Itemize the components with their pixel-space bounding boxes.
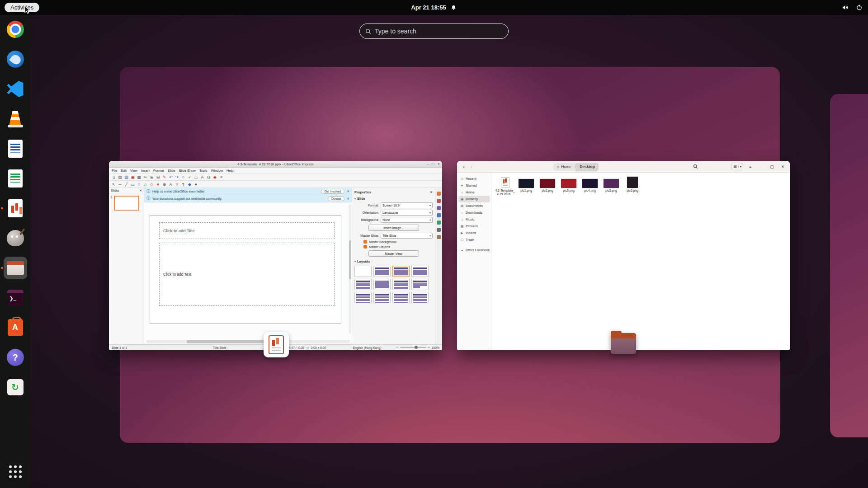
clone-formatting-icon[interactable]: ✎ [162,175,166,179]
file-item-pic3[interactable]: pic3.png [559,176,579,192]
format-select[interactable]: Screen 16:9▾ [381,202,433,208]
donate-button[interactable]: Donate [328,196,344,201]
layout-title-content[interactable] [373,266,391,277]
minimize-icon[interactable]: – [427,163,429,166]
menu-window[interactable]: Window [211,169,223,173]
dock-item-gimp[interactable] [5,228,26,248]
animation-tab-icon[interactable] [437,206,441,210]
diamond-icon[interactable]: ◇ [150,182,154,187]
triangle-icon[interactable]: △ [143,182,147,187]
impress-window[interactable]: 4.3-Template_4.29.2016.pptx - LibreOffic… [109,161,442,350]
close-button[interactable]: ✕ [779,163,787,170]
dock-item-thunderbird[interactable] [5,49,26,69]
close-icon[interactable]: ✕ [347,197,349,201]
sidebar-item-pictures[interactable]: ▦Pictures [458,223,490,230]
textbox-icon[interactable]: A [200,175,204,179]
close-icon[interactable]: ✕ [437,162,440,166]
horizontal-scrollbar[interactable] [146,340,350,343]
impress-titlebar[interactable]: 4.3-Template_4.29.2016.pptx - LibreOffic… [109,161,442,168]
files-headerbar[interactable]: ‹ › ⌂ Home / Desktop ▦ ▾ ≡ – ▢ ✕ [457,161,790,173]
sidebar-item-trash[interactable]: ◱Trash [458,236,490,243]
layout-rows-4[interactable] [411,292,429,303]
layout-title-two-cols[interactable] [411,279,429,290]
impress-window-app-badge[interactable] [264,332,289,357]
styles-tab-icon[interactable] [437,235,441,239]
slide-1-thumbnail[interactable] [114,196,139,211]
diagonal-line-icon[interactable]: ╱ [124,182,128,187]
new-icon[interactable]: ▯ [112,175,116,179]
master-objects-checkbox[interactable]: Master Objects [363,245,433,249]
search-input[interactable]: Type to search [359,23,509,39]
menu-slide[interactable]: Slide [168,169,175,173]
spellcheck-icon[interactable]: ✓ [188,175,192,179]
menu-button[interactable]: ≡ [746,163,754,170]
breadcrumb-desktop[interactable]: Desktop [576,163,599,171]
select-icon[interactable]: ↖ [112,182,116,187]
display-grid-icon[interactable]: ≡ [219,175,223,179]
master-slide-select[interactable]: Title Slide▾ [381,233,433,239]
file-item-pic4[interactable]: pic4.png [580,176,600,192]
sidebar-item-music[interactable]: ♫Music [458,216,490,223]
paste-icon[interactable]: ⊟ [156,175,160,179]
sidebar-item-desktop[interactable]: ▣Desktop [458,196,490,202]
zoom-slider[interactable] [400,347,426,348]
layout-rows-2[interactable] [373,292,391,303]
clock-menu[interactable]: Apr 21 18:55 [411,4,457,11]
menu-slide-show[interactable]: Slide Show [179,169,196,173]
close-icon[interactable]: ✕ [430,190,433,194]
menu-edit[interactable]: Edit [121,169,127,173]
layout-two-content[interactable] [411,266,429,277]
dock-item-help[interactable]: ? [5,347,26,367]
dock-item-files[interactable] [5,258,26,278]
insert-text-icon[interactable]: A [169,182,173,187]
files-content-area[interactable]: 4.3-Template_4.29.2016... pic1.png pic2.… [491,173,790,350]
slide-section-header[interactable]: ▾ Slide [354,196,433,201]
file-item-pic2[interactable]: pic2.png [538,176,557,192]
text-placeholder[interactable]: Click to add Text [159,243,335,306]
properties-tab-icon[interactable] [437,192,441,196]
paragraph-icon[interactable]: ¶ [181,182,185,187]
minimize-button[interactable]: – [757,163,765,170]
close-icon[interactable]: ✕ [347,190,349,193]
dock-item-ubuntu-software[interactable]: A [5,318,26,338]
shapes-icon[interactable]: ◆ [213,175,217,179]
gallery-tab-icon[interactable] [437,221,441,225]
sidebar-item-recent[interactable]: ◷Recent [458,175,490,182]
adjacent-workspace-preview[interactable] [830,94,868,437]
search-button[interactable] [692,163,699,170]
file-item-pic6[interactable]: pic6.png [623,176,642,192]
dock-item-vlc[interactable] [5,109,26,129]
master-slides-tab-icon[interactable] [437,213,441,217]
print-icon[interactable]: ▦ [137,175,141,179]
sidebar-item-starred[interactable]: ★Starred [458,182,490,189]
file-item-pic5[interactable]: pic5.png [601,176,621,192]
ellipse-icon[interactable]: ○ [137,182,141,187]
vertical-scrollbar[interactable] [349,204,351,333]
special-character-icon[interactable]: Ω [207,175,211,179]
sidebar-item-downloads[interactable]: ↓Downloads [458,209,490,216]
symbol-icon[interactable]: ⊕ [162,182,166,187]
dock-item-impress[interactable] [5,198,26,218]
dock-item-vscode[interactable] [5,79,26,99]
maximize-icon[interactable]: ▢ [432,162,435,166]
forward-button[interactable]: › [467,163,475,170]
shape-icon[interactable]: ◆ [188,182,192,187]
align-icon[interactable]: ≡ [175,182,179,187]
star-shape-icon[interactable]: ★ [156,182,160,187]
find-icon[interactable]: ○ [181,175,185,179]
view-toggle-button[interactable]: ▦ ▾ [731,163,743,170]
layout-rows-1[interactable] [354,292,372,303]
close-icon[interactable]: ✕ [139,189,142,192]
show-applications-button[interactable] [5,462,26,482]
orientation-select[interactable]: Landscape▾ [381,210,433,216]
dock-item-calc[interactable] [5,169,26,188]
layout-title-two-rows[interactable] [354,279,372,290]
export-pdf-icon[interactable]: ▣ [131,175,135,179]
menu-view[interactable]: View [130,169,137,173]
insert-image-button[interactable]: Insert Image... [368,225,419,231]
save-icon[interactable]: ▥ [124,175,128,179]
undo-icon[interactable]: ↶ [169,175,173,179]
sidebar-item-videos[interactable]: ▶Videos [458,230,490,236]
table-icon[interactable]: ▭ [194,175,198,179]
background-select[interactable]: None▾ [381,217,433,223]
